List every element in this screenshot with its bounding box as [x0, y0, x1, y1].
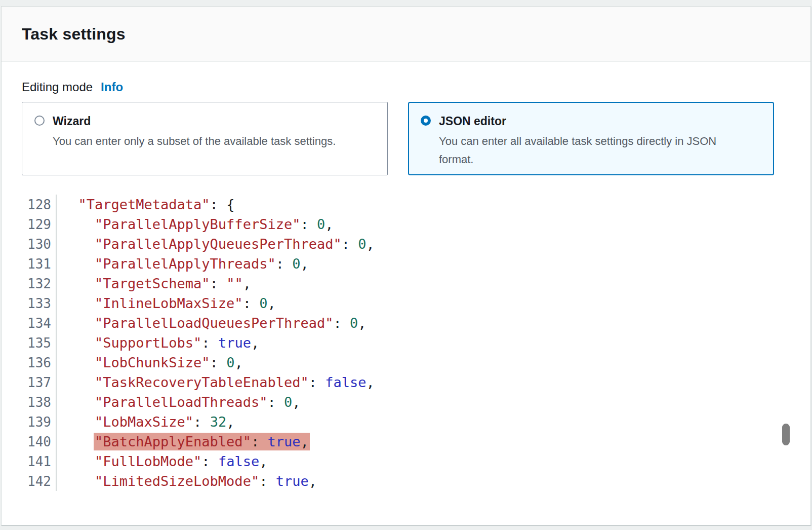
code-line-text: "ParallelApplyThreads": 0, — [56, 254, 309, 274]
code-line[interactable]: 137 "TaskRecoveryTableEnabled": false, — [22, 372, 790, 392]
radio-wizard-unselected-icon[interactable] — [34, 116, 45, 126]
code-line-text: "LimitedSizeLobMode": true, — [56, 471, 317, 491]
code-line[interactable]: 136 "LobChunkSize": 0, — [22, 353, 790, 372]
line-number: 137 — [22, 375, 51, 390]
code-line[interactable]: 138 "ParallelLoadThreads": 0, — [22, 392, 790, 412]
editing-mode-row: Editing mode Info — [22, 80, 790, 94]
scrollbar-thumb[interactable] — [782, 424, 790, 445]
code-line[interactable]: 135 "SupportLobs": true, — [22, 333, 790, 353]
line-number: 129 — [22, 217, 51, 232]
tile-wizard[interactable]: Wizard You can enter only a subset of th… — [22, 102, 388, 175]
code-line-text: "InlineLobMaxSize": 0, — [56, 293, 276, 313]
code-line-text: "TargetSchema": "", — [56, 274, 251, 293]
panel-header: Task settings — [2, 7, 810, 62]
tile-json-editor[interactable]: JSON editor You can enter all available … — [408, 102, 774, 175]
code-line[interactable]: 129 "ParallelApplyBufferSize": 0, — [22, 214, 790, 234]
info-link[interactable]: Info — [101, 80, 123, 94]
code-line[interactable]: 139 "LobMaxSize": 32, — [22, 412, 790, 432]
code-line-text: "FullLobMode": false, — [56, 451, 267, 471]
line-number: 135 — [22, 335, 51, 351]
line-number: 134 — [22, 316, 51, 331]
line-number: 131 — [22, 256, 51, 272]
tile-json-editor-label: JSON editor — [439, 113, 749, 129]
line-number: 140 — [22, 434, 51, 449]
code-editor[interactable]: 128 "TargetMetadata": {129 "ParallelAppl… — [22, 195, 790, 502]
line-number: 128 — [22, 197, 51, 212]
tile-json-editor-text: JSON editor You can enter all available … — [439, 113, 749, 169]
tile-json-editor-description: You can enter all available task setting… — [439, 132, 749, 169]
code-line[interactable]: 134 "ParallelLoadQueuesPerThread": 0, — [22, 313, 790, 333]
line-number: 139 — [22, 414, 51, 430]
code-line-text: "LobChunkSize": 0, — [56, 353, 243, 372]
tile-wizard-label: Wizard — [53, 113, 336, 129]
highlighted-code: "BatchApplyEnabled": true, — [95, 434, 309, 449]
task-settings-panel: Task settings Editing mode Info Wizard Y… — [1, 6, 811, 525]
code-line[interactable]: 131 "ParallelApplyThreads": 0, — [22, 254, 790, 274]
panel-body: Editing mode Info Wizard You can enter o… — [2, 80, 810, 502]
code-line-stub — [22, 491, 790, 502]
panel-title: Task settings — [22, 25, 126, 44]
editing-mode-tiles: Wizard You can enter only a subset of th… — [22, 102, 790, 175]
code-line[interactable]: 142 "LimitedSizeLobMode": true, — [22, 471, 790, 491]
code-line-text: "ParallelLoadQueuesPerThread": 0, — [56, 313, 366, 333]
code-line[interactable]: 132 "TargetSchema": "", — [22, 274, 790, 293]
code-line-text: "ParallelLoadThreads": 0, — [56, 392, 300, 412]
code-line-text: "BatchApplyEnabled": true, — [56, 432, 309, 451]
code-line[interactable]: 141 "FullLobMode": false, — [22, 451, 790, 471]
line-number: 133 — [22, 296, 51, 311]
code-line-text: "TaskRecoveryTableEnabled": false, — [56, 372, 375, 392]
code-line-text: "ParallelApplyQueuesPerThread": 0, — [56, 234, 375, 254]
editing-mode-label: Editing mode — [22, 80, 93, 94]
code-line[interactable]: 133 "InlineLobMaxSize": 0, — [22, 293, 790, 313]
code-line[interactable]: 140 "BatchApplyEnabled": true, — [22, 432, 790, 451]
line-number: 130 — [22, 237, 51, 252]
code-line[interactable]: 130 "ParallelApplyQueuesPerThread": 0, — [22, 234, 790, 254]
code-line-text: "SupportLobs": true, — [56, 333, 259, 353]
line-number: 132 — [22, 276, 51, 291]
line-number: 142 — [22, 474, 51, 489]
code-line[interactable]: 128 "TargetMetadata": { — [22, 195, 790, 214]
code-line-text: "LobMaxSize": 32, — [56, 412, 234, 432]
code-line-text: "TargetMetadata": { — [56, 195, 234, 214]
line-number: 141 — [22, 454, 51, 469]
code-line-text: "ParallelApplyBufferSize": 0, — [56, 214, 333, 234]
tile-wizard-description: You can enter only a subset of the avail… — [53, 132, 336, 150]
line-number: 138 — [22, 395, 51, 410]
line-number: 136 — [22, 355, 51, 370]
radio-json-editor-selected-icon[interactable] — [421, 116, 431, 126]
tile-wizard-text: Wizard You can enter only a subset of th… — [53, 113, 336, 150]
